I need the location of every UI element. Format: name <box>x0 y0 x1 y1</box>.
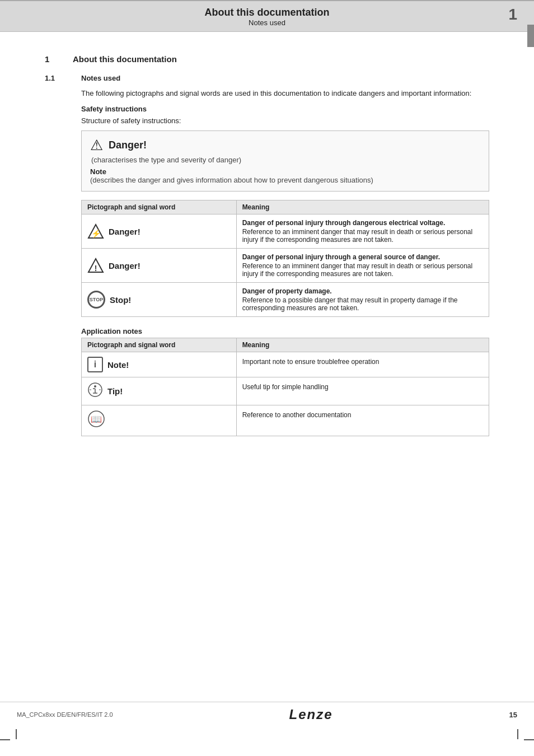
svg-text:📖: 📖 <box>91 414 102 424</box>
svg-point-5 <box>94 385 96 388</box>
table-row: ⚡ Danger! Danger of personal injury thro… <box>82 214 489 249</box>
row-2-meaning-text: Reference to an imminent danger that may… <box>242 262 483 278</box>
app-row-2-pic-cell: Tip! <box>82 377 237 405</box>
app-row-2-inline: Tip! <box>87 382 231 400</box>
app-row-3-meaning-cell: Reference to another documentation <box>236 405 489 436</box>
safety-label: Safety instructions <box>81 105 489 113</box>
page: About this documentation Notes used 1 1 … <box>0 0 534 756</box>
footer-doc-code: MA_CPCx8xx DE/EN/FR/ES/IT 2.0 <box>17 711 113 718</box>
app-notes-label: Application notes <box>81 327 489 335</box>
corner-mark-bl <box>16 729 17 739</box>
row-1-meaning-bold: Danger of personal injury through danger… <box>242 219 483 227</box>
safety-instruction-box: ⚠ Danger! (characterises the type and se… <box>81 130 489 192</box>
section-title: About this documentation <box>73 54 177 64</box>
table-row: i Note! Important note to ensure trouble… <box>82 352 489 377</box>
row-3-meaning-cell: Danger of property damage. Reference to … <box>236 283 489 317</box>
app-row-3-pic-cell: 📖 <box>82 405 237 436</box>
safety-signals-table: Pictograph and signal word Meaning ⚡ <box>81 200 489 317</box>
row-1-meaning-text: Reference to an imminent danger that may… <box>242 228 483 244</box>
corner-mark-h-br <box>524 739 534 740</box>
characterises-text: (characterises the type and severity of … <box>91 156 480 164</box>
app-row-2-signal-word: Tip! <box>107 386 123 396</box>
app-row-3-inline: 📖 <box>87 410 231 431</box>
table-row: 📖 Reference to another documentation <box>82 405 489 436</box>
main-content: 1 About this documentation 1.1 Notes use… <box>0 32 534 469</box>
subsection-number: 1.1 <box>45 74 70 82</box>
table-row: STOP Stop! Danger of property damage. Re… <box>82 283 489 317</box>
safety-box-header: ⚠ Danger! <box>90 138 480 152</box>
row-2-meaning-bold: Danger of personal injury through a gene… <box>242 253 483 261</box>
header-center: About this documentation Notes used <box>17 7 517 27</box>
row-1-signal-word: Danger! <box>109 227 140 236</box>
safety-structure-text: Structure of safety instructions: <box>81 115 489 127</box>
row-1-pic-cell: ⚡ Danger! <box>82 214 237 249</box>
app-col-meaning: Meaning <box>236 338 489 352</box>
app-row-2-meaning-text: Useful tip for simple handling <box>242 383 483 391</box>
svg-text:⚡: ⚡ <box>91 229 101 239</box>
header-subtitle: Notes used <box>17 18 517 27</box>
row-3-signal-word: Stop! <box>110 295 131 305</box>
row-1-meaning-cell: Danger of personal injury through danger… <box>236 214 489 249</box>
row-3-pic-inline: STOP Stop! <box>87 291 231 309</box>
table-col-pictograph: Pictograph and signal word <box>82 200 237 214</box>
app-row-1-signal-word: Note! <box>107 360 129 370</box>
general-danger-icon: ! <box>87 257 104 274</box>
app-row-1-inline: i Note! <box>87 357 231 372</box>
row-2-pic-cell: ! Danger! <box>82 249 237 283</box>
note-label: Note <box>90 167 480 176</box>
tip-icon <box>87 382 103 400</box>
footer-brand: Lenze <box>289 707 333 722</box>
right-accent-bar <box>527 25 534 47</box>
note-icon: i <box>87 357 103 372</box>
note-text: (describes the danger and gives informat… <box>90 176 480 184</box>
row-1-pic-inline: ⚡ Danger! <box>87 223 231 240</box>
stop-icon: STOP <box>87 291 105 309</box>
intro-text: The following pictographs and signal wor… <box>81 88 489 99</box>
row-3-meaning-bold: Danger of property damage. <box>242 287 483 295</box>
section-1-heading: 1 About this documentation <box>45 54 489 64</box>
app-col-pictograph: Pictograph and signal word <box>82 338 237 352</box>
app-row-2-meaning-cell: Useful tip for simple handling <box>236 377 489 405</box>
app-row-3-meaning-text: Reference to another documentation <box>242 411 483 419</box>
page-header: About this documentation Notes used 1 <box>0 0 534 32</box>
row-3-meaning-text: Reference to a possible danger that may … <box>242 296 483 312</box>
header-title: About this documentation <box>17 7 517 18</box>
app-row-1-pic-cell: i Note! <box>82 352 237 377</box>
app-row-1-meaning-text: Important note to ensure troublefree ope… <box>242 358 483 366</box>
warning-triangle-icon: ⚠ <box>90 138 103 152</box>
danger-signal-word: Danger! <box>109 139 147 151</box>
table-row: ! Danger! Danger of personal injury thro… <box>82 249 489 283</box>
corner-mark-br <box>517 729 518 739</box>
subsection-title: Notes used <box>81 74 120 82</box>
row-2-pic-inline: ! Danger! <box>87 257 231 274</box>
section-number: 1 <box>45 54 62 64</box>
table-col-meaning: Meaning <box>236 200 489 214</box>
app-notes-table: Pictograph and signal word Meaning i Not… <box>81 338 489 436</box>
app-row-1-meaning-cell: Important note to ensure troublefree ope… <box>236 352 489 377</box>
row-2-signal-word: Danger! <box>109 261 140 270</box>
row-2-meaning-cell: Danger of personal injury through a gene… <box>236 249 489 283</box>
corner-mark-h-bl <box>0 739 10 740</box>
table-row: Tip! Useful tip for simple handling <box>82 377 489 405</box>
page-footer: MA_CPCx8xx DE/EN/FR/ES/IT 2.0 Lenze 15 <box>0 702 534 722</box>
electric-danger-icon: ⚡ <box>87 223 104 240</box>
header-chapter-number: 1 <box>508 6 517 24</box>
footer-page-number: 15 <box>509 711 517 719</box>
book-reference-icon: 📖 <box>87 410 105 431</box>
row-3-pic-cell: STOP Stop! <box>82 283 237 317</box>
subsection-heading: 1.1 Notes used <box>45 74 489 82</box>
svg-text:!: ! <box>95 264 97 273</box>
